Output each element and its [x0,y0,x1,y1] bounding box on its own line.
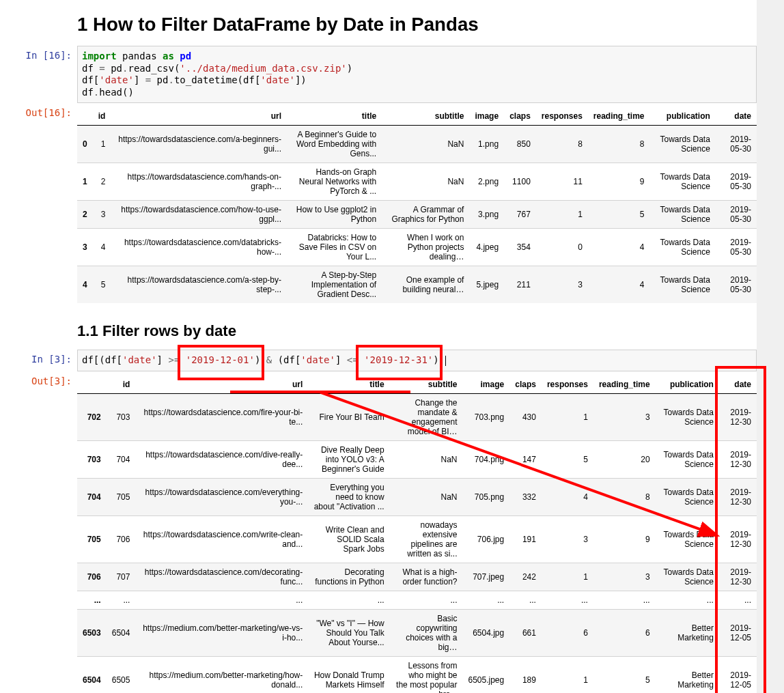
cell-id: 706 [107,515,136,563]
table-header-id: id [93,107,111,126]
code-input-3[interactable]: df[(df['date'] >= '2019-12-01') & (df['d… [77,350,757,371]
cell-title: A Step-by-Step Implementation of Gradien… [287,266,382,304]
cell-url: https://towardsdatascience.com/decoratin… [135,563,308,591]
table-row: 702703https://towardsdatascience.com/fir… [77,393,757,440]
cell-idx: ... [77,591,107,609]
cell-date: 2019-12-30 [719,440,757,478]
cell-id: 6504 [107,609,136,656]
cell-claps: 430 [509,393,542,440]
table-header-reading_time: reading_time [593,376,656,394]
cell-image: ... [463,591,510,609]
code-cell-16: In [16]: import pandas as pd df = pd.rea… [0,46,757,103]
table-header-row: idurltitlesubtitleimageclapsresponsesrea… [77,107,757,126]
table-header-row: idurltitlesubtitleimageclapsresponsesrea… [77,376,757,394]
cell-idx: 6503 [77,609,107,656]
cell-title: Everything you need to know about "Activ… [308,478,389,515]
table-header-image: image [463,376,510,394]
cell-reading_time: 4 [588,229,650,266]
code-input-16[interactable]: import pandas as pd df = pd.read_csv('..… [77,46,757,103]
cell-url: ... [135,591,308,609]
table-row: 703704https://towardsdatascience.com/div… [77,440,757,478]
table-header-publication: publication [656,376,719,394]
cell-reading_time: 5 [593,656,656,693]
cell-date: 2019-05-30 [716,229,757,266]
cell-reading_time: 9 [593,515,656,563]
cell-claps: 354 [504,229,536,266]
section-title-1-1: 1.1 Filter rows by date [77,303,757,350]
output-table-16: idurltitlesubtitleimageclapsresponsesrea… [77,107,757,303]
cell-url: https://towardsdatascience.com/hands-on-… [111,163,287,201]
cell-reading_time: 3 [593,563,656,591]
cell-responses: 4 [542,478,593,515]
cell-responses: 1 [542,563,593,591]
page-title: 1 How to Filter DataFrame by Date in Pan… [77,0,757,46]
table-header-responses: responses [536,107,588,126]
cell-title: ... [308,591,389,609]
table-header-date: date [716,107,757,126]
in-prompt-3: In [3]: [0,350,77,371]
table-row: 45https://towardsdatascience.com/a-step-… [77,266,757,304]
cell-image: 2.png [469,163,504,201]
cell-id: ... [107,591,136,609]
table-row: 704705https://towardsdatascience.com/eve… [77,478,757,515]
cell-image: 705.png [463,478,510,515]
cell-id: 1 [93,126,111,163]
cell-claps: ... [509,591,542,609]
table-row: ................................. [77,591,757,609]
cell-id: 703 [107,393,136,440]
table-row: 705706https://towardsdatascience.com/wri… [77,515,757,563]
cell-title: Write Clean and SOLID Scala Spark Jobs [308,515,389,563]
cell-date: 2019-12-05 [719,656,757,693]
cell-idx: 2 [77,201,93,229]
cell-url: https://towardsdatascience.com/a-step-by… [111,266,287,304]
table-row: 65046505https://medium.com/better-market… [77,656,757,693]
cell-reading_time: 5 [588,201,650,229]
table-header-subtitle: subtitle [382,107,469,126]
cell-url: https://towardsdatascience.com/write-cle… [135,515,308,563]
cell-url: https://towardsdatascience.com/everythin… [135,478,308,515]
cell-date: 2019-05-30 [716,163,757,201]
cell-responses: 11 [536,163,588,201]
cell-id: 2 [93,163,111,201]
cell-reading_time: 6 [593,609,656,656]
code-cell-3: In [3]: df[(df['date'] >= '2019-12-01') … [0,350,757,371]
prompt-empty [0,0,77,46]
table-header-date: date [719,376,757,394]
table-row: 12https://towardsdatascience.com/hands-o… [77,163,757,201]
table-header-publication: publication [650,107,716,126]
cell-reading_time: 9 [588,163,650,201]
table-row: 706707https://towardsdatascience.com/dec… [77,563,757,591]
cell-subtitle: ... [390,591,463,609]
cell-idx: 0 [77,126,93,163]
cell-url: https://towardsdatascience.com/dive-real… [135,440,308,478]
cell-subtitle: Lessons from who might be the most popul… [390,656,463,693]
text-cursor [445,356,446,366]
table-row: 23https://towardsdatascience.com/how-to-… [77,201,757,229]
cell-publication: Towards Data Science [650,201,716,229]
cell-publication: Towards Data Science [656,515,719,563]
cell-id: 6505 [107,656,136,693]
cell-id: 704 [107,440,136,478]
cell-idx: 706 [77,563,107,591]
table-header-claps: claps [509,376,542,394]
cell-title: Dive Really Deep into YOLO v3: A Beginne… [308,440,389,478]
cell-responses: 3 [536,266,588,304]
cell-reading_time: 4 [588,266,650,304]
cell-date: 2019-05-30 [716,266,757,304]
cell-idx: 703 [77,440,107,478]
prompt-empty [0,303,77,350]
cell-url: https://towardsdatascience.com/a-beginne… [111,126,287,163]
table-header-responses: responses [542,376,593,394]
cell-publication: Towards Data Science [650,163,716,201]
cell-id: 5 [93,266,111,304]
cell-image: 706.jpg [463,515,510,563]
table-header-title: title [287,107,382,126]
cell-image: 5.jpeg [469,266,504,304]
cell-title: Decorating functions in Python [308,563,389,591]
cell-publication: Towards Data Science [656,478,719,515]
markdown-cell-h1: 1 How to Filter DataFrame by Date in Pan… [0,0,757,46]
cell-reading_time: 8 [588,126,650,163]
cell-date: 2019-12-30 [719,478,757,515]
cell-claps: 191 [509,515,542,563]
table-row: 01https://towardsdatascience.com/a-begin… [77,126,757,163]
